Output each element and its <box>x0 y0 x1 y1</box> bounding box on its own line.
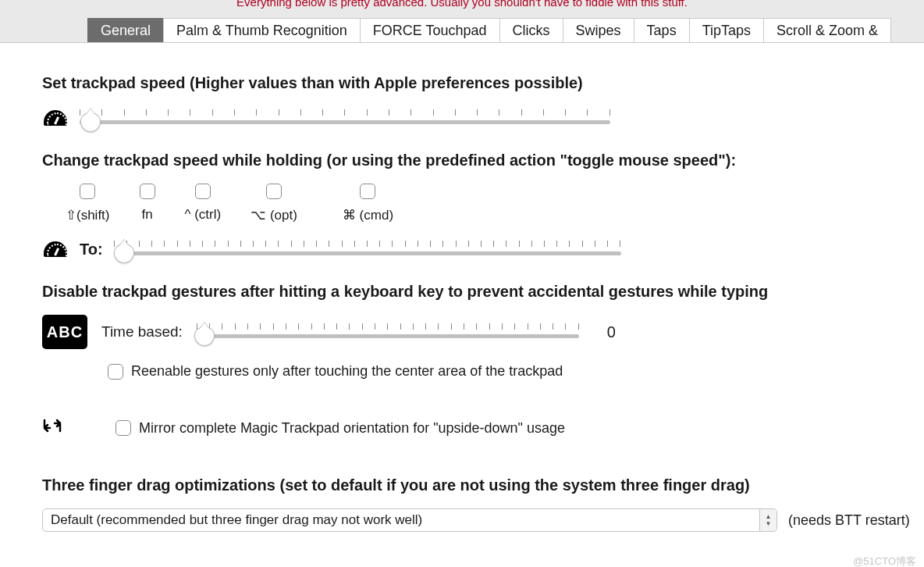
settings-panel: Set trackpad speed (Higher values than w… <box>0 42 924 567</box>
tab-tiptaps[interactable]: TipTaps <box>689 18 763 42</box>
modifier-cmd-label: ⌘ (cmd) <box>343 207 393 223</box>
tab-taps[interactable]: Taps <box>634 18 689 42</box>
modifier-ctrl: ^ (ctrl) <box>185 184 222 223</box>
tab-force-touchpad[interactable]: FORCE Touchpad <box>360 18 499 42</box>
tab-palm-thumb[interactable]: Palm & Thumb Recognition <box>163 18 360 42</box>
modifier-opt: ⌥ (opt) <box>251 184 297 223</box>
tab-general[interactable]: General <box>87 18 163 42</box>
modifier-checkbox-group: ⇧(shift) fn ^ (ctrl) ⌥ (opt) ⌘ (cmd) <box>66 184 924 223</box>
modifier-opt-checkbox[interactable] <box>266 184 282 199</box>
reenable-center-label: Reenable gestures only after touching th… <box>131 363 563 380</box>
mirror-orientation-label: Mirror complete Magic Trackpad orientati… <box>139 420 565 437</box>
modifier-speed-heading: Change trackpad speed while holding (or … <box>42 152 924 169</box>
speed-heading: Set trackpad speed (Higher values than w… <box>42 74 924 92</box>
modifier-cmd: ⌘ (cmd) <box>343 184 393 223</box>
watermark-text: @51CTO博客 <box>853 555 916 567</box>
modifier-fn-label: fn <box>141 207 152 223</box>
modifier-opt-label: ⌥ (opt) <box>251 207 297 223</box>
restart-note: (needs BTT restart) <box>788 512 910 529</box>
speed-slider[interactable] <box>80 106 610 130</box>
select-stepper-icon[interactable]: ▲ ▼ <box>759 509 777 531</box>
advanced-warning-text: Everything below is pretty advanced. Usu… <box>0 0 924 9</box>
time-based-label: Time based: <box>101 323 183 341</box>
keyboard-abc-icon: ABC <box>42 315 87 349</box>
modifier-shift-label: ⇧(shift) <box>66 207 110 223</box>
reenable-center-checkbox[interactable] <box>108 364 123 380</box>
mirror-orientation-checkbox[interactable] <box>116 420 131 436</box>
tab-clicks[interactable]: Clicks <box>499 18 563 42</box>
disable-gestures-heading: Disable trackpad gestures after hitting … <box>42 283 924 301</box>
modifier-ctrl-checkbox[interactable] <box>195 184 211 199</box>
time-based-value: 0 <box>607 323 616 341</box>
modifier-ctrl-label: ^ (ctrl) <box>185 207 222 223</box>
chevron-up-icon: ▲ <box>766 514 772 520</box>
three-finger-selected-label: Default (recommended but three finger dr… <box>51 512 422 528</box>
tab-swipes[interactable]: Swipes <box>563 18 634 42</box>
chevron-down-icon: ▼ <box>766 521 772 527</box>
gauge-icon <box>42 108 69 128</box>
time-based-slider[interactable] <box>197 320 579 344</box>
gauge-icon <box>42 239 69 259</box>
modifier-shift: ⇧(shift) <box>66 184 110 223</box>
modifier-shift-checkbox[interactable] <box>80 184 95 199</box>
three-finger-select[interactable]: Default (recommended but three finger dr… <box>42 508 777 532</box>
reenable-center-row: Reenable gestures only after touching th… <box>108 363 924 380</box>
mirror-icon <box>42 417 66 439</box>
to-label: To: <box>80 241 103 259</box>
modifier-fn: fn <box>140 184 155 223</box>
modifier-fn-checkbox[interactable] <box>140 184 155 199</box>
three-finger-heading: Three finger drag optimizations (set to … <box>42 476 924 494</box>
tabs-bar: General Palm & Thumb Recognition FORCE T… <box>87 18 924 42</box>
tab-scroll-zoom[interactable]: Scroll & Zoom & <box>763 18 891 42</box>
modifier-cmd-checkbox[interactable] <box>360 184 375 199</box>
modifier-speed-slider[interactable] <box>114 237 621 261</box>
